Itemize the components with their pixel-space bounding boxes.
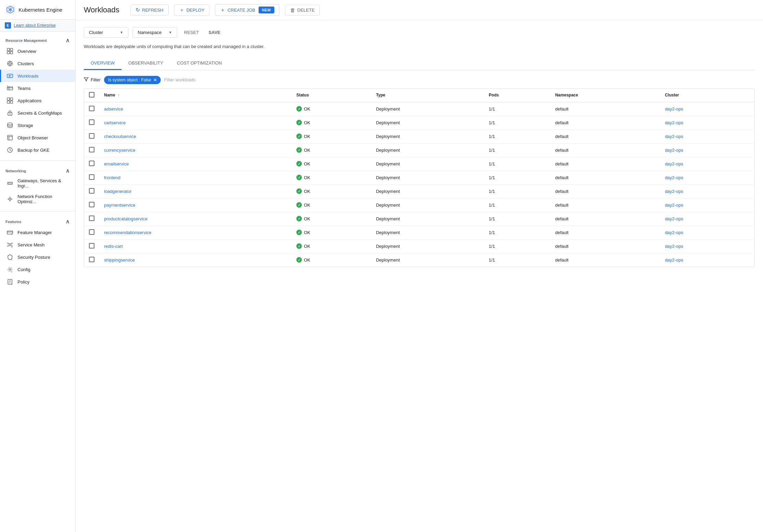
- status-text-10: OK: [304, 244, 310, 249]
- row-namespace-4: default: [550, 157, 660, 171]
- cluster-link-11[interactable]: day2-ops: [665, 257, 683, 263]
- delete-button[interactable]: 🗑 DELETE: [285, 5, 320, 15]
- cluster-link-1[interactable]: day2-ops: [665, 120, 683, 125]
- workload-link-shippingservice[interactable]: shippingservice: [104, 257, 135, 263]
- workload-link-paymentservice[interactable]: paymentservice: [104, 203, 135, 208]
- cluster-link-2[interactable]: day2-ops: [665, 134, 683, 139]
- workload-link-adservice[interactable]: adservice: [104, 106, 123, 112]
- workload-link-recommendationservice[interactable]: recommendationservice: [104, 230, 151, 235]
- row-checkbox-9[interactable]: [89, 229, 94, 235]
- th-select-all[interactable]: [84, 89, 99, 102]
- select-all-checkbox[interactable]: [89, 92, 94, 97]
- row-checkbox-cell-3[interactable]: [84, 143, 99, 157]
- save-button[interactable]: SAVE: [206, 28, 223, 37]
- cluster-dropdown[interactable]: Cluster ▼: [84, 27, 128, 38]
- workload-link-emailservice[interactable]: emailservice: [104, 161, 129, 166]
- row-checkbox-3[interactable]: [89, 147, 94, 152]
- sidebar-item-clusters[interactable]: Clusters: [0, 57, 75, 70]
- svg-rect-29: [10, 101, 13, 103]
- workload-link-loadgenerator[interactable]: loadgenerator: [104, 189, 132, 194]
- filter-button[interactable]: Filter: [84, 77, 101, 83]
- sidebar-item-service-mesh[interactable]: E Service Mesh: [0, 239, 75, 251]
- workload-link-checkoutservice[interactable]: checkoutservice: [104, 134, 136, 139]
- row-checkbox-8[interactable]: [89, 216, 94, 221]
- cluster-link-6[interactable]: day2-ops: [665, 189, 683, 194]
- sidebar-item-backup[interactable]: Backup for GKE: [0, 144, 75, 156]
- features-title[interactable]: Features ∧: [0, 216, 75, 226]
- row-namespace-2: default: [550, 129, 660, 143]
- row-checkbox-cell-10[interactable]: [84, 239, 99, 253]
- row-type-1: Deployment: [371, 116, 484, 129]
- sidebar-item-workloads[interactable]: Workloads: [0, 70, 75, 82]
- enterprise-link[interactable]: Learn about Enterprise: [14, 23, 56, 28]
- row-checkbox-5[interactable]: [89, 174, 94, 180]
- sidebar-item-config[interactable]: E Config: [0, 263, 75, 276]
- row-checkbox-10[interactable]: [89, 243, 94, 248]
- row-checkbox-11[interactable]: [89, 257, 94, 262]
- row-checkbox-cell-9[interactable]: [84, 225, 99, 239]
- row-checkbox-cell-2[interactable]: [84, 129, 99, 143]
- sidebar-item-applications[interactable]: Applications: [0, 94, 75, 107]
- create-job-button[interactable]: ＋ CREATE JOB NEW: [215, 4, 279, 16]
- cluster-link-5[interactable]: day2-ops: [665, 175, 683, 180]
- row-status-4: OK: [292, 157, 371, 171]
- table-row: cartservice OK Deployment 1/1 default da…: [84, 116, 754, 129]
- row-namespace-8: default: [550, 212, 660, 225]
- row-checkbox-cell-5[interactable]: [84, 171, 99, 184]
- row-pods-5: 1/1: [484, 171, 550, 184]
- reset-button[interactable]: RESET: [181, 28, 202, 37]
- policy-label: Policy: [18, 279, 30, 285]
- cluster-link-3[interactable]: day2-ops: [665, 148, 683, 153]
- cluster-link-8[interactable]: day2-ops: [665, 216, 683, 221]
- security-posture-icon: E: [7, 254, 13, 261]
- workload-link-productcatalogservice[interactable]: productcatalogservice: [104, 216, 147, 221]
- th-name[interactable]: Name ↑: [99, 89, 292, 102]
- row-checkbox-cell-11[interactable]: [84, 253, 99, 267]
- sidebar-item-gateways[interactable]: Gateways, Services & Ingr...: [0, 175, 75, 191]
- namespace-dropdown[interactable]: Namespace ▼: [133, 27, 177, 38]
- row-checkbox-7[interactable]: [89, 202, 94, 207]
- filter-workloads-placeholder[interactable]: Filter workloads: [164, 77, 195, 82]
- tab-cost-optimization[interactable]: COST OPTIMIZATION: [170, 57, 229, 70]
- sidebar-item-feature-manager[interactable]: E Feature Manager: [0, 226, 75, 239]
- row-pods-10: 1/1: [484, 239, 550, 253]
- row-checkbox-cell-4[interactable]: [84, 157, 99, 171]
- row-checkbox-0[interactable]: [89, 106, 94, 111]
- resource-management-title[interactable]: Resource Management ∧: [0, 34, 75, 45]
- tab-observability[interactable]: OBSERVABILITY: [122, 57, 170, 70]
- sidebar-item-overview[interactable]: Overview: [0, 45, 75, 57]
- sidebar-item-storage[interactable]: Storage: [0, 119, 75, 131]
- cluster-link-10[interactable]: day2-ops: [665, 244, 683, 249]
- sidebar-item-policy[interactable]: E Policy: [0, 276, 75, 288]
- networking-title[interactable]: Networking ∧: [0, 165, 75, 175]
- sidebar-item-object-browser[interactable]: Object Browser: [0, 131, 75, 144]
- workload-link-redis-cart[interactable]: redis-cart: [104, 244, 123, 249]
- workload-link-cartservice[interactable]: cartservice: [104, 120, 126, 125]
- row-checkbox-cell-1[interactable]: [84, 116, 99, 129]
- row-checkbox-cell-0[interactable]: [84, 102, 99, 116]
- sidebar-item-security-posture[interactable]: E Security Posture: [0, 251, 75, 263]
- workload-link-frontend[interactable]: frontend: [104, 175, 121, 180]
- cluster-link-4[interactable]: day2-ops: [665, 161, 683, 166]
- row-checkbox-cell-8[interactable]: [84, 212, 99, 225]
- tab-overview[interactable]: OVERVIEW: [84, 57, 122, 70]
- row-checkbox-1[interactable]: [89, 119, 94, 125]
- enterprise-banner[interactable]: E Learn about Enterprise: [0, 20, 75, 32]
- sidebar-item-secrets[interactable]: Secrets & ConfigMaps: [0, 107, 75, 119]
- sidebar-item-network-function[interactable]: Network Function Optimiz...: [0, 191, 75, 207]
- refresh-button[interactable]: ↻ REFRESH: [130, 4, 169, 15]
- row-checkbox-cell-7[interactable]: [84, 198, 99, 212]
- svg-point-45: [8, 243, 9, 244]
- cluster-link-7[interactable]: day2-ops: [665, 203, 683, 208]
- cluster-link-9[interactable]: day2-ops: [665, 230, 683, 235]
- filter-chip-close[interactable]: ✕: [153, 77, 157, 83]
- config-label: Config: [18, 267, 31, 272]
- deploy-button[interactable]: ＋ DEPLOY: [174, 4, 210, 16]
- row-checkbox-4[interactable]: [89, 161, 94, 166]
- row-checkbox-2[interactable]: [89, 133, 94, 139]
- cluster-link-0[interactable]: day2-ops: [665, 106, 683, 112]
- row-checkbox-cell-6[interactable]: [84, 184, 99, 198]
- workload-link-currencyservice[interactable]: currencyservice: [104, 148, 135, 153]
- sidebar-item-teams[interactable]: E Teams: [0, 82, 75, 94]
- row-checkbox-6[interactable]: [89, 188, 94, 194]
